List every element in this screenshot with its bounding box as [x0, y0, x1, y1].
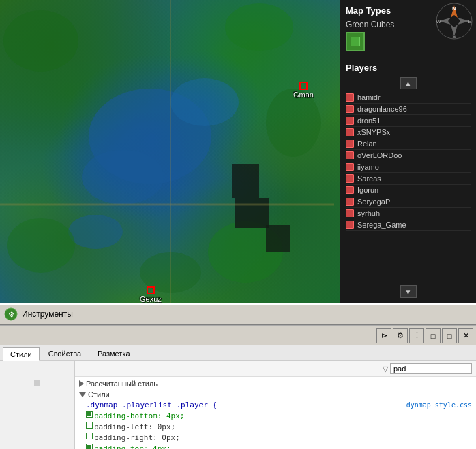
svg-text:⚙: ⚙	[8, 311, 14, 318]
svg-point-7	[7, 218, 75, 273]
styles-section: Стили .dynmap .playerlist .player { dynm…	[79, 390, 472, 449]
player-list-item[interactable]: Sareas	[346, 173, 471, 185]
player-color-dot	[346, 186, 354, 194]
filter-icon: ▽	[383, 365, 388, 373]
svg-point-4	[3, 10, 78, 72]
scroll-down-btn[interactable]: ▼	[400, 285, 417, 298]
prop-padding-top: padding-top: 4px;	[94, 444, 171, 449]
player-name: dragonlance96	[357, 105, 407, 113]
scroll-up-btn[interactable]: ▲	[400, 77, 417, 89]
svg-rect-10	[232, 164, 259, 198]
svg-text:W: W	[436, 18, 441, 25]
styles-header[interactable]: Стили	[79, 390, 472, 399]
player-name: Relan	[357, 140, 377, 148]
green-cube-inner	[351, 37, 360, 46]
players-scroll-up: ▲	[346, 77, 471, 89]
player-list-item[interactable]: hamidr	[346, 92, 471, 104]
filter-row: ▽	[75, 361, 476, 377]
player-name: dron51	[357, 117, 381, 125]
marker-box	[299, 82, 308, 90]
player-list-item[interactable]: dragonlance96	[346, 104, 471, 115]
player-marker-gman: Gman	[293, 82, 314, 99]
players-scroll-down: ▼	[346, 285, 471, 298]
action-btn-1[interactable]: ⊳	[376, 328, 391, 343]
player-color-dot	[346, 151, 354, 159]
devtools-panel: ⊳ ⚙ ⋮ □ □ ✕ Стили Свойства Разметка	[0, 325, 476, 449]
player-name: hamidr	[357, 93, 381, 102]
green-cube-button[interactable]	[346, 32, 365, 51]
player-list-item[interactable]: Relan	[346, 138, 471, 150]
player-list-item[interactable]: SeryogaP	[346, 196, 471, 208]
devtools-content-main: ▽ Рассчитанный стиль	[75, 361, 476, 449]
marker-box-2	[147, 286, 155, 294]
player-list-item[interactable]: iiyamo	[346, 161, 471, 173]
player-name: Sareas	[357, 174, 381, 183]
checkbox-padding-top[interactable]	[86, 444, 93, 449]
compass-svg: N S E W	[436, 3, 473, 40]
action-btn-2[interactable]: ⚙	[393, 328, 408, 343]
player-list-item[interactable]: oVerLORDoo	[346, 150, 471, 161]
filter-input[interactable]	[390, 363, 472, 374]
player-name: xSNYPSx	[357, 128, 390, 136]
player-list-item[interactable]: syrhuh	[346, 208, 471, 219]
devtools-tabs: Стили Свойства Разметка	[0, 345, 476, 361]
prop-padding-right: padding-right: 0px;	[94, 433, 180, 444]
player-name: Igorun	[357, 186, 378, 194]
action-btn-5[interactable]: □	[442, 328, 457, 343]
devtools-css-content: Рассчитанный стиль Стили .dynmap .player	[75, 377, 476, 449]
action-btn-close[interactable]: ✕	[458, 328, 473, 343]
toolbar-logo-icon: ⚙	[4, 307, 18, 321]
tab-properties[interactable]: Свойства	[41, 347, 89, 360]
checkbox-padding-left[interactable]	[86, 422, 93, 429]
toolbar-icon[interactable]: ⚙	[3, 306, 19, 322]
devtools-actions: ⊳ ⚙ ⋮ □ □ ✕	[376, 328, 473, 343]
calculated-style-header[interactable]: Рассчитанный стиль	[79, 380, 472, 388]
tab-styles[interactable]: Стили	[3, 347, 40, 361]
player-color-dot	[346, 93, 354, 102]
player-name: iiyamo	[357, 163, 379, 171]
compass: N S E W	[436, 3, 473, 40]
map-area[interactable]: Gman Gexuz	[0, 0, 340, 303]
player-list-item[interactable]: Igorun	[346, 185, 471, 196]
css-prop-padding-top: padding-top: 4px;	[86, 444, 472, 449]
svg-text:N: N	[452, 5, 456, 12]
marker-label: Gman	[293, 91, 314, 99]
collapse-icon	[79, 392, 86, 397]
player-list-item[interactable]: dron51	[346, 115, 471, 127]
svg-rect-11	[235, 198, 269, 228]
player-name: Serega_Game	[357, 221, 406, 229]
css-prop-padding-right: padding-right: 0px;	[86, 433, 472, 444]
marker-label-2: Gexuz	[140, 295, 162, 303]
checkbox-padding-right[interactable]	[86, 433, 93, 439]
prop-padding-bottom: padding-bottom: 4px;	[94, 411, 184, 422]
player-color-dot	[346, 209, 354, 217]
player-color-dot	[346, 221, 354, 229]
players-list: hamidr dragonlance96 dron51 xSNYPSx Rela…	[346, 92, 471, 283]
css-selector: .dynmap .playerlist .player {	[86, 400, 217, 411]
players-title: Players	[346, 63, 471, 73]
player-name: SeryogaP	[357, 198, 390, 206]
checkbox-padding-bottom[interactable]	[86, 411, 93, 418]
calculated-style-label: Рассчитанный стиль	[86, 380, 158, 388]
map-types-section: Map Types N	[340, 0, 476, 57]
css-prop-padding-bottom: padding-bottom: 4px;	[86, 411, 472, 422]
player-color-dot	[346, 105, 354, 113]
toolbar-label: Инструменты	[22, 309, 73, 319]
svg-point-5	[225, 3, 293, 51]
player-color-dot	[346, 140, 354, 148]
tab-markup[interactable]: Разметка	[90, 347, 138, 360]
action-btn-4[interactable]: □	[426, 328, 441, 343]
player-list-item[interactable]: Serega_Game	[346, 219, 471, 231]
player-list-item[interactable]: xSNYPSx	[346, 127, 471, 138]
css-rule-header-line: .dynmap .playerlist .player { dynmap_sty…	[86, 400, 472, 411]
svg-rect-12	[266, 225, 290, 252]
css-file-link[interactable]: dynmap_style.css	[406, 400, 472, 411]
action-btn-3[interactable]: ⋮	[409, 328, 424, 343]
devtools-header: ⊳ ⚙ ⋮ □ □ ✕	[0, 326, 476, 345]
svg-text:S: S	[452, 33, 456, 40]
css-rule: .dynmap .playerlist .player { dynmap_sty…	[79, 400, 472, 449]
players-section: Players ▲ hamidr dragonlance96 dron51 xS…	[340, 57, 476, 303]
player-name: syrhuh	[357, 209, 380, 217]
styles-label: Стили	[88, 390, 110, 399]
prop-padding-left: padding-left: 0px;	[94, 422, 175, 433]
